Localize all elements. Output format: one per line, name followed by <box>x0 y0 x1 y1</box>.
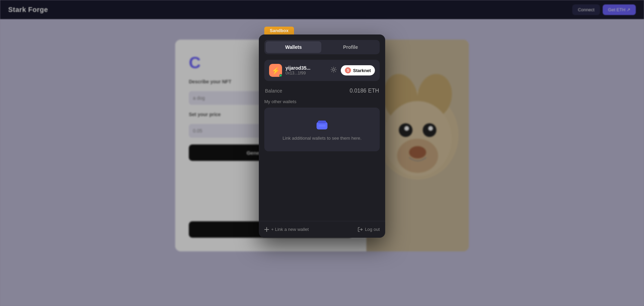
modal-body: ⚡ yijarod35... 0x13...1f99 <box>259 54 385 218</box>
sandbox-badge: Sandbox <box>264 27 294 34</box>
logout-icon <box>358 227 363 232</box>
network-badge: S Starknet <box>341 65 375 75</box>
plus-icon <box>264 227 269 232</box>
tab-wallets[interactable]: Wallets <box>266 41 321 53</box>
empty-wallets-text: Link additional wallets to see them here… <box>282 135 361 142</box>
wallet-modal-wrapper: Sandbox Wallets Profile ⚡ <box>259 27 385 238</box>
balance-value: 0.0186 ETH <box>350 87 379 94</box>
modal-footer: + Link a new wallet Log out <box>259 221 385 238</box>
wallet-row: ⚡ yijarod35... 0x13...1f99 <box>264 60 380 81</box>
svg-rect-17 <box>318 121 326 123</box>
svg-point-13 <box>333 69 335 71</box>
balance-row: Balance 0.0186 ETH <box>264 86 380 99</box>
link-wallet-button[interactable]: + Link a new wallet <box>264 227 309 232</box>
logout-button[interactable]: Log out <box>358 227 380 232</box>
settings-button[interactable] <box>329 65 338 75</box>
svg-rect-18 <box>319 125 325 127</box>
other-wallets-label: My other wallets <box>264 99 380 104</box>
gear-icon <box>331 67 337 73</box>
wallet-status-dot <box>279 74 282 77</box>
link-wallet-label: + Link a new wallet <box>271 227 309 232</box>
tab-profile[interactable]: Profile <box>323 41 378 53</box>
modal-spacer <box>264 151 380 213</box>
wallet-name: yijarod35... <box>285 65 310 71</box>
logout-label: Log out <box>365 227 380 232</box>
wallet-address: 0x13...1f99 <box>285 71 310 75</box>
wallet-modal: Wallets Profile ⚡ yijarod35... <box>259 34 385 238</box>
empty-wallets-area: Link additional wallets to see them here… <box>264 108 380 151</box>
svg-text:⚡: ⚡ <box>271 67 280 75</box>
wallet-right: S Starknet <box>329 65 375 75</box>
wallet-bag-icon <box>315 117 329 131</box>
wallet-icon-container: ⚡ <box>269 64 282 77</box>
wallet-info: yijarod35... 0x13...1f99 <box>285 65 310 75</box>
wallet-left: ⚡ yijarod35... 0x13...1f99 <box>269 64 310 77</box>
balance-label: Balance <box>265 88 282 94</box>
starknet-logo: S <box>345 67 351 73</box>
modal-tabs: Wallets Profile <box>264 40 380 54</box>
svg-text:S: S <box>347 69 349 72</box>
network-name: Starknet <box>353 68 371 73</box>
